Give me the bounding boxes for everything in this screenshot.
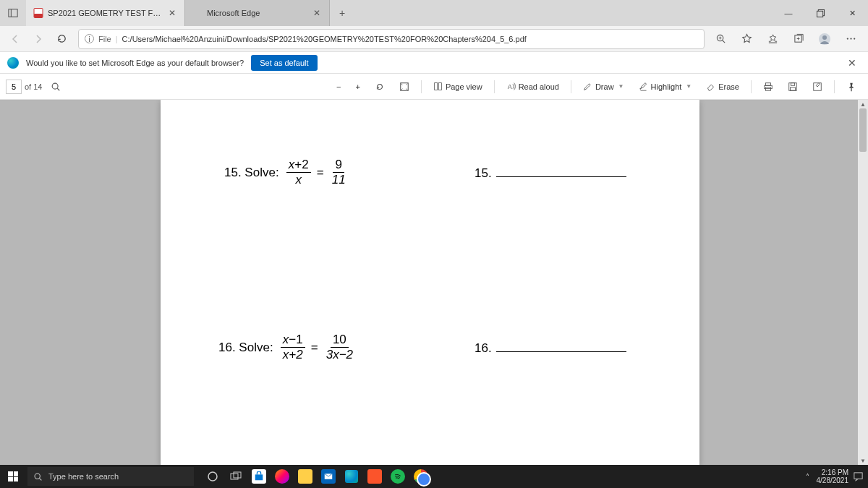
tab-strip: SP2021 GEOMETRY TEST FOR C… ✕ Microsoft … bbox=[0, 0, 354, 26]
default-browser-text: Would you like to set Microsoft Edge as … bbox=[26, 59, 244, 67]
zoom-in-button[interactable]: + bbox=[349, 80, 365, 94]
svg-point-38 bbox=[35, 474, 40, 479]
read-aloud-button[interactable]: A Read aloud bbox=[501, 79, 565, 94]
erase-button[interactable]: Erase bbox=[700, 79, 745, 94]
fit-page-button[interactable] bbox=[393, 79, 415, 95]
task-mail[interactable] bbox=[317, 465, 340, 488]
page-number-input[interactable] bbox=[6, 80, 22, 94]
svg-rect-27 bbox=[438, 83, 441, 90]
tab-1-title: SP2021 GEOMETRY TEST FOR C… bbox=[48, 9, 163, 17]
chevron-down-icon: ▼ bbox=[686, 83, 692, 90]
action-center-icon[interactable] bbox=[853, 471, 864, 482]
task-edge[interactable] bbox=[340, 465, 363, 488]
svg-text:A: A bbox=[507, 83, 511, 90]
task-spotify[interactable] bbox=[386, 465, 409, 488]
minimize-button[interactable]: — bbox=[773, 0, 804, 26]
draw-button[interactable]: Draw ▼ bbox=[577, 79, 630, 94]
erase-icon bbox=[706, 82, 715, 91]
rotate-button[interactable] bbox=[369, 79, 391, 95]
page-view-button[interactable]: Page view bbox=[427, 79, 488, 94]
svg-rect-42 bbox=[234, 472, 241, 478]
draw-icon bbox=[583, 82, 592, 91]
address-bar[interactable]: i File | C:/Users/Michael%20Anzuini/Down… bbox=[78, 29, 705, 49]
print-button[interactable] bbox=[757, 79, 779, 95]
default-browser-bar: Would you like to set Microsoft Edge as … bbox=[0, 52, 868, 74]
address-separator: | bbox=[116, 35, 118, 43]
problem-16: 16. Solve: x−1 x+2 = 10 3x−2 bbox=[218, 333, 355, 362]
scroll-down-arrow[interactable]: ▼ bbox=[858, 456, 868, 465]
forward-button[interactable] bbox=[27, 28, 49, 50]
tab-2-close[interactable]: ✕ bbox=[312, 8, 322, 18]
profile-button[interactable] bbox=[814, 29, 835, 49]
svg-point-21 bbox=[850, 38, 851, 39]
clock-date: 4/28/2021 bbox=[817, 476, 849, 484]
svg-rect-5 bbox=[817, 11, 822, 17]
task-view[interactable] bbox=[224, 465, 247, 488]
pdf-viewport[interactable]: 15. Solve: x+2 x = 9 11 15. 16. Solve: x… bbox=[0, 100, 868, 465]
tab-2[interactable]: Microsoft Edge ✕ bbox=[185, 0, 330, 26]
task-chrome[interactable] bbox=[409, 465, 433, 488]
page-count-label: of 14 bbox=[25, 82, 42, 91]
task-cortana[interactable] bbox=[201, 465, 224, 488]
save-as-button[interactable] bbox=[807, 79, 828, 95]
task-store[interactable] bbox=[247, 465, 271, 488]
answer-16: 16. bbox=[475, 341, 626, 356]
svg-rect-26 bbox=[435, 83, 438, 90]
tab-1-close[interactable]: ✕ bbox=[167, 8, 177, 18]
site-info-icon[interactable]: i bbox=[85, 34, 94, 43]
pdf-toolbar: of 14 − + Page view A Read aloud bbox=[0, 74, 868, 100]
svg-rect-3 bbox=[34, 14, 43, 17]
task-brave[interactable] bbox=[363, 465, 386, 488]
window-controls: — ✕ bbox=[773, 0, 868, 26]
vertical-scrollbar[interactable]: ▲ ▼ bbox=[858, 100, 868, 465]
favorites-hub-button[interactable] bbox=[762, 29, 783, 49]
zoom-indicator-button[interactable] bbox=[710, 29, 731, 49]
default-bar-close[interactable]: ✕ bbox=[843, 57, 861, 69]
set-default-button[interactable]: Set as default bbox=[251, 55, 317, 71]
taskbar-search-placeholder: Type here to search bbox=[48, 472, 119, 481]
find-icon[interactable] bbox=[51, 82, 61, 92]
pdf-icon bbox=[33, 8, 43, 18]
start-button[interactable] bbox=[0, 465, 26, 488]
refresh-button[interactable] bbox=[51, 28, 72, 50]
highlight-button[interactable]: Highlight ▼ bbox=[633, 79, 698, 94]
clock[interactable]: 2:16 PM 4/28/2021 bbox=[817, 468, 849, 484]
answer-16-label: 16. bbox=[475, 341, 492, 355]
back-button[interactable] bbox=[4, 28, 26, 50]
save-button[interactable] bbox=[782, 79, 804, 95]
svg-rect-41 bbox=[231, 474, 238, 479]
zoom-out-button[interactable]: − bbox=[331, 80, 346, 94]
tray-overflow[interactable]: ˄ bbox=[803, 473, 812, 481]
tab-actions-button[interactable] bbox=[0, 0, 26, 26]
highlight-icon bbox=[639, 82, 648, 91]
answer-15: 15. bbox=[475, 166, 626, 181]
svg-rect-45 bbox=[854, 472, 862, 478]
collections-button[interactable] bbox=[788, 29, 809, 49]
search-icon bbox=[33, 472, 43, 481]
address-path: C:/Users/Michael%20Anzuini/Downloads/SP2… bbox=[122, 35, 527, 43]
task-explorer[interactable] bbox=[294, 465, 317, 488]
new-tab-button[interactable]: + bbox=[330, 0, 354, 26]
favorites-star-button[interactable] bbox=[736, 29, 757, 49]
titlebar: SP2021 GEOMETRY TEST FOR C… ✕ Microsoft … bbox=[0, 0, 868, 26]
maximize-button[interactable] bbox=[804, 0, 836, 26]
tab-2-title: Microsoft Edge bbox=[207, 9, 307, 17]
tab-1[interactable]: SP2021 GEOMETRY TEST FOR C… ✕ bbox=[26, 0, 185, 26]
system-tray: ˄ 2:16 PM 4/28/2021 bbox=[803, 468, 869, 484]
svg-rect-35 bbox=[791, 87, 796, 90]
address-prefix: File bbox=[98, 35, 111, 43]
svg-point-40 bbox=[208, 472, 217, 481]
task-groove[interactable] bbox=[271, 465, 294, 488]
more-button[interactable] bbox=[841, 29, 861, 49]
close-button[interactable]: ✕ bbox=[836, 0, 868, 26]
chevron-down-icon: ▼ bbox=[618, 83, 624, 90]
address-row: i File | C:/Users/Michael%20Anzuini/Down… bbox=[0, 26, 868, 52]
svg-rect-30 bbox=[766, 82, 771, 85]
scroll-thumb[interactable] bbox=[859, 108, 867, 152]
svg-point-19 bbox=[822, 35, 827, 40]
pin-toolbar-button[interactable] bbox=[841, 79, 862, 95]
taskbar-search[interactable]: Type here to search bbox=[27, 467, 194, 486]
edge-icon bbox=[192, 8, 203, 18]
svg-line-24 bbox=[58, 88, 60, 90]
scroll-up-arrow[interactable]: ▲ bbox=[858, 100, 868, 108]
